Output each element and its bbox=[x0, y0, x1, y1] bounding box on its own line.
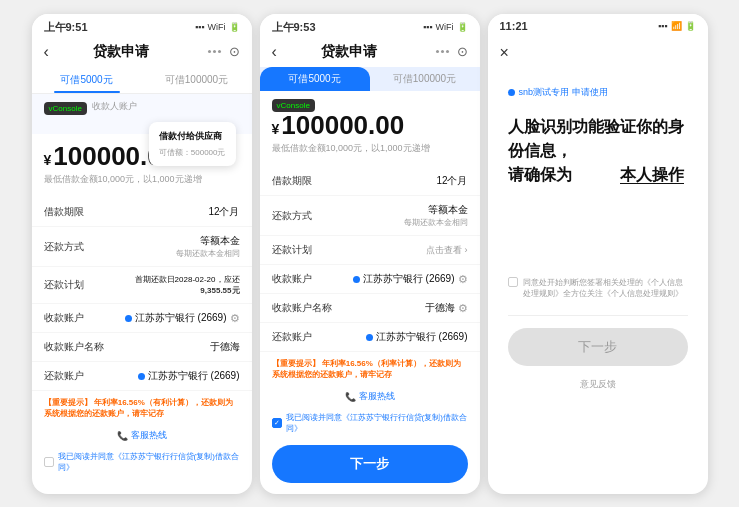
settings-icon-2[interactable]: ⊙ bbox=[457, 44, 468, 59]
receiving-account-row-1: 收款账户 江苏苏宁银行 (2669) ⚙ bbox=[32, 304, 252, 333]
account-name-label-2: 收款账户名称 bbox=[272, 301, 332, 315]
receiving-account-row-2: 收款账户 江苏苏宁银行 (2669) ⚙ bbox=[260, 265, 480, 294]
repay-plan-row-1: 还款计划 首期还款日2028-02-20，应还 9,355.55元 bbox=[32, 267, 252, 304]
header-actions-2: ⊙ bbox=[436, 44, 468, 59]
notice-section-1: 【重要提示】 年利率16.56%（有利计算），还款则为系统根据您的还款账户，请牢… bbox=[32, 391, 252, 425]
repay-method-row-1: 还款方式 等额本金 每期还款本金相同 bbox=[32, 227, 252, 267]
time-1: 上午9:51 bbox=[44, 20, 88, 35]
hotline-button-2[interactable]: 📞 客服热线 bbox=[345, 390, 395, 403]
account-name-edit-icon-2[interactable]: ⚙ bbox=[458, 302, 468, 315]
status-bar-2: 上午9:53 ▪▪▪ WiFi 🔋 bbox=[260, 14, 480, 39]
repay-account-value-1: 江苏苏宁银行 (2669) bbox=[138, 369, 240, 383]
screens-container: 上午9:51 ▪▪▪ WiFi 🔋 ‹ 贷款申请 ⊙ 可借 bbox=[24, 6, 716, 502]
phone-icon-1: 📞 bbox=[117, 431, 128, 441]
repay-method-value-2: 等额本金 每期还款本金相同 bbox=[404, 203, 468, 228]
vconsole-badge-1[interactable]: vConsole bbox=[44, 102, 87, 115]
amount-display-2: ¥100000.00 bbox=[272, 111, 468, 140]
repay-account-row-1: 还款账户 江苏苏宁银行 (2669) bbox=[32, 362, 252, 391]
loan-period-row-1: 借款期限 12个月 bbox=[32, 198, 252, 227]
divider-3 bbox=[508, 315, 688, 316]
account-name-label-1: 收款账户名称 bbox=[44, 340, 104, 354]
receiving-account-value-1: 江苏苏宁银行 (2669) ⚙ bbox=[125, 311, 240, 325]
account-type-label-1: 收款人账户 bbox=[92, 100, 240, 113]
tab-borrow-100000-2[interactable]: 可借100000元 bbox=[370, 67, 480, 91]
screen-2: 上午9:53 ▪▪▪ WiFi 🔋 ‹ 贷款申请 ⊙ 可借 bbox=[260, 14, 480, 494]
more-options-2[interactable] bbox=[436, 50, 449, 53]
tab-borrow-5000-1[interactable]: 可借5000元 bbox=[32, 67, 142, 93]
repay-account-label-2: 还款账户 bbox=[272, 330, 312, 344]
repay-method-row-2: 还款方式 等额本金 每期还款本金相同 bbox=[260, 196, 480, 236]
battery-icon-2: 🔋 bbox=[457, 22, 468, 32]
repay-account-value-2: 江苏苏宁银行 (2669) bbox=[366, 330, 468, 344]
status-bar-3: 11:21 ▪▪▪ 📶 🔋 bbox=[488, 14, 708, 36]
agreement-row-1[interactable]: 我已阅读并同意《江苏苏宁银行行信贷(复制)借款合同》 bbox=[32, 446, 252, 478]
account-settings-icon-1[interactable]: ⚙ bbox=[230, 312, 240, 325]
wifi-icon-1: WiFi bbox=[208, 22, 226, 32]
dot1 bbox=[208, 50, 211, 53]
loan-period-row-2: 借款期限 12个月 bbox=[260, 167, 480, 196]
repay-plan-label-2: 还款计划 bbox=[272, 243, 312, 257]
agreement-checkbox-1[interactable] bbox=[44, 457, 54, 467]
settings-icon-1[interactable]: ⊙ bbox=[229, 44, 240, 59]
bank-name-4: 江苏苏宁银行 (2669) bbox=[376, 330, 468, 344]
signal-icon-1: ▪▪▪ bbox=[195, 22, 205, 32]
bank-name-1: 江苏苏宁银行 (2669) bbox=[135, 311, 227, 325]
header-title-1: 贷款申请 bbox=[35, 43, 208, 61]
battery-icon-1: 🔋 bbox=[229, 22, 240, 32]
repay-plan-link-2[interactable]: 点击查看 › bbox=[426, 244, 468, 257]
header-actions-1: ⊙ bbox=[208, 44, 240, 59]
repay-method-label-2: 还款方式 bbox=[272, 209, 312, 223]
phone-icon-2: 📞 bbox=[345, 392, 356, 402]
tab-borrow-5000-2[interactable]: 可借5000元 bbox=[260, 67, 370, 91]
next-button-2[interactable]: 下一步 bbox=[272, 445, 468, 483]
account-section-1: 收款账户 江苏苏宁银行 (2669) ⚙ 收款账户名称 于德海 还款账户 江苏苏… bbox=[32, 304, 252, 391]
repay-method-value-1: 等额本金 每期还款本金相同 bbox=[176, 234, 240, 259]
amount-hint-1: 最低借款金额10,000元，以1,000元递增 bbox=[44, 173, 240, 186]
agreement-section-3: 同意处开始判断您签署相关处理的《个人信息处理规则》全方位关注《个人信息处理规则》 bbox=[508, 277, 688, 299]
amount-number-2: 100000.00 bbox=[281, 110, 404, 140]
receiving-account-label-1: 收款账户 bbox=[44, 311, 84, 325]
wifi-icon-3: 📶 bbox=[671, 21, 682, 31]
repay-account-row-2: 还款账户 江苏苏宁银行 (2669) bbox=[260, 323, 480, 352]
form-section-2: 借款期限 12个月 还款方式 等额本金 每期还款本金相同 还款计划 点击查看 › bbox=[260, 167, 480, 265]
hotline-button-1[interactable]: 📞 客服热线 bbox=[117, 429, 167, 442]
account-name-row-2: 收款账户名称 于德海 ⚙ bbox=[260, 294, 480, 323]
next-button-3[interactable]: 下一步 bbox=[508, 328, 688, 366]
close-button-3[interactable]: × bbox=[488, 36, 708, 70]
hotline-row-2: 📞 客服热线 bbox=[260, 386, 480, 407]
account-name-1: 于德海 bbox=[210, 340, 240, 354]
card-overlay-1: 借款付给供应商 可借额：500000元 bbox=[149, 122, 236, 166]
loan-period-value-2: 12个月 bbox=[436, 174, 467, 188]
receiving-account-label-2: 收款账户 bbox=[272, 272, 312, 286]
form-section-1: 借款期限 12个月 还款方式 等额本金 每期还款本金相同 还款计划 首期还款日2… bbox=[32, 198, 252, 304]
bank-name-3: 江苏苏宁银行 (2669) bbox=[363, 272, 455, 286]
tab-borrow-100000-1[interactable]: 可借100000元 bbox=[142, 67, 252, 93]
repay-method-label-1: 还款方式 bbox=[44, 240, 84, 254]
face-agreement-text-3: 同意处开始判断您签署相关处理的《个人信息处理规则》全方位关注《个人信息处理规则》 bbox=[523, 277, 688, 299]
notice-section-2: 【重要提示】 年利率16.56%（利率计算），还款则为系统根据您的还款账户，请牢… bbox=[260, 352, 480, 386]
more-options-1[interactable] bbox=[208, 50, 221, 53]
account-section-2: 收款账户 江苏苏宁银行 (2669) ⚙ 收款账户名称 于德海 ⚙ 还款账户 bbox=[260, 265, 480, 352]
repay-account-label-1: 还款账户 bbox=[44, 369, 84, 383]
screen-1: 上午9:51 ▪▪▪ WiFi 🔋 ‹ 贷款申请 ⊙ 可借 bbox=[32, 14, 252, 494]
dot5 bbox=[441, 50, 444, 53]
account-name-2: 于德海 bbox=[425, 301, 455, 315]
bank-dot-2 bbox=[138, 373, 145, 380]
card-overlay-title-1: 借款付给供应商 bbox=[159, 130, 226, 143]
amount-hint-2: 最低借款金额10,000元，以1,000元递增 bbox=[272, 142, 468, 155]
feedback-link-3[interactable]: 意见反馈 bbox=[508, 378, 688, 391]
loan-period-label-2: 借款期限 bbox=[272, 174, 312, 188]
account-settings-icon-2[interactable]: ⚙ bbox=[458, 273, 468, 286]
repay-plan-label-1: 还款计划 bbox=[44, 278, 84, 292]
face-agreement-checkbox-3[interactable] bbox=[508, 277, 518, 287]
vconsole-badge-2[interactable]: vConsole bbox=[272, 99, 315, 112]
agreement-row-2[interactable]: ✓ 我已阅读并同意《江苏苏宁银行行信贷(复制)借款合同》 bbox=[260, 407, 480, 439]
wifi-icon-2: WiFi bbox=[436, 22, 454, 32]
bank-dot-3 bbox=[353, 276, 360, 283]
agreement-text-1: 我已阅读并同意《江苏苏宁银行行信贷(复制)借款合同》 bbox=[58, 451, 240, 473]
agreement-checkbox-2[interactable]: ✓ bbox=[272, 418, 282, 428]
status-icons-2: ▪▪▪ WiFi 🔋 bbox=[423, 22, 468, 32]
dot3 bbox=[218, 50, 221, 53]
app-header-1: ‹ 贷款申请 ⊙ bbox=[32, 39, 252, 67]
status-bar-1: 上午9:51 ▪▪▪ WiFi 🔋 bbox=[32, 14, 252, 39]
